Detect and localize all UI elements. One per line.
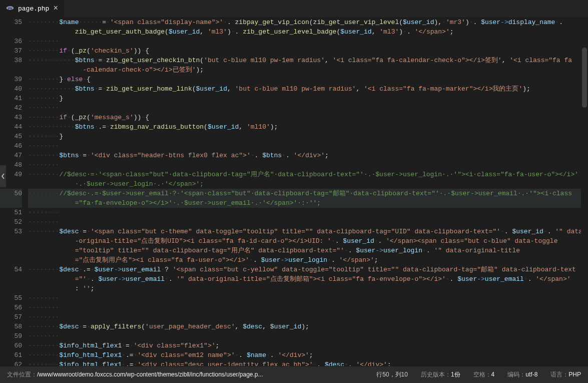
file-path-label: 文件位置： [7, 371, 37, 378]
status-bar: 文件位置：/www/wwwroot/demo.foxccs.com/wp-con… [0, 366, 588, 383]
php-file-icon: php [6, 5, 14, 13]
language-mode[interactable]: 语言：PHP [550, 370, 581, 379]
svg-text:php: php [8, 7, 13, 10]
code-editor[interactable]: 3536373839404142434445464748495051525354… [0, 18, 588, 366]
history-version[interactable]: 历史版本：1份 [421, 370, 460, 379]
sidebar-expand-handle[interactable] [0, 165, 6, 187]
file-path-value: /www/wwwroot/demo.foxccs.com/wp-content/… [37, 371, 263, 378]
file-path[interactable]: 文件位置：/www/wwwroot/demo.foxccs.com/wp-con… [7, 370, 363, 379]
indent-spaces[interactable]: 空格：4 [473, 370, 495, 379]
tab-bar: php page.php × [0, 0, 588, 18]
tab-filename: page.php [18, 5, 49, 13]
scrollbar-thumb[interactable] [582, 48, 587, 108]
code-content[interactable]: ········$name······=·'<span class="displ… [28, 18, 588, 366]
cursor-position[interactable]: 行50，列10 [376, 370, 408, 379]
tab-close-icon[interactable]: × [53, 4, 58, 13]
encoding[interactable]: 编码：utf-8 [507, 370, 537, 379]
line-number-gutter: 3536373839404142434445464748495051525354… [0, 18, 28, 366]
tab-active[interactable]: php page.php × [0, 0, 65, 17]
vertical-scrollbar[interactable] [581, 18, 588, 366]
